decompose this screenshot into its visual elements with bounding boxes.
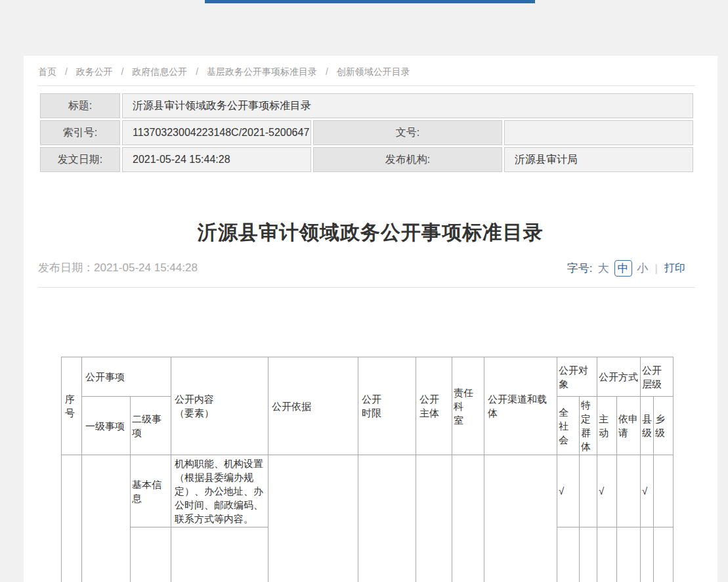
cell-time-limit: 一次性公开并动态调整: [358, 455, 416, 582]
cell-level2: 基本信息: [131, 455, 171, 527]
publish-date-value: 2021-05-24 15:44:28: [94, 261, 198, 274]
font-size-small-button[interactable]: 小: [637, 261, 649, 276]
cell-level-county-check: √: [641, 527, 654, 582]
cell-method-request-check: [617, 455, 641, 527]
cell-method-active-check: √: [597, 455, 617, 527]
cell-channels: 政府网站 公开查阅点: [484, 455, 557, 582]
font-size-controls: 字号: 大 中 小 | 打印: [567, 260, 685, 277]
meta-index-label: 索引号:: [40, 120, 120, 145]
cell-department: 办公室: [452, 455, 484, 582]
disclosure-catalog-table: 序 号 公开事项 公开内容 （要素） 公开依据 公开 时限 公开 主体 责任科 …: [61, 357, 674, 582]
col-header-items-group: 公开事项: [82, 357, 171, 397]
col-header-audience-group: 公开对 象: [557, 357, 597, 397]
cell-level-county-check: √: [641, 455, 654, 527]
font-size-label: 字号:: [567, 261, 593, 276]
breadcrumb-separator: /: [196, 66, 198, 77]
vertical-divider: |: [654, 262, 659, 275]
col-header-level-county: 县 级: [641, 397, 654, 455]
meta-publisher-value: 沂源县审计局: [504, 147, 693, 172]
article-meta-line: 发布日期：2021-05-24 15:44:28 字号: 大 中 小 | 打印: [38, 260, 695, 276]
page-title: 沂源县审计领域政务公开事项标准目录: [24, 219, 717, 246]
col-header-seq: 序 号: [62, 357, 82, 455]
col-header-level2: 二级事 项: [131, 397, 171, 455]
col-header-method-active: 主 动: [597, 397, 617, 455]
cell-level-town-check: [654, 455, 674, 527]
meta-publisher-label: 发布机构:: [313, 147, 502, 172]
print-button[interactable]: 打印: [664, 261, 685, 275]
breadcrumb-separator: /: [65, 66, 68, 77]
breadcrumb-divider: [38, 85, 695, 86]
breadcrumb-separator: /: [121, 66, 124, 77]
col-header-channels: 公开渠道和载 体: [484, 357, 557, 455]
breadcrumb-catalog[interactable]: 基层政务公开事项标准目录: [207, 66, 317, 77]
meta-issuedate-value: 2021-05-24 15:44:28: [122, 147, 311, 172]
content-card: 首页 / 政务公开 / 政府信息公开 / 基层政务公开事项标准目录 / 创新领域…: [24, 56, 717, 582]
col-header-basis: 公开依据: [268, 357, 358, 455]
cell-level-town-check: [654, 527, 674, 582]
col-header-method-group: 公开方式: [597, 357, 641, 397]
cell-audience-specific-check: [580, 455, 597, 527]
catalog-header-row-1: 序 号 公开事项 公开内容 （要素） 公开依据 公开 时限 公开 主体 责任科 …: [62, 357, 674, 397]
col-header-method-request: 依申 请: [617, 397, 641, 455]
meta-title-value: 沂源县审计领域政务公开事项标准目录: [122, 93, 693, 118]
cell-audience-all-check: √: [557, 527, 580, 582]
cell-method-request-check: [617, 527, 641, 582]
meta-docno-value: [504, 120, 693, 145]
breadcrumb-home[interactable]: 首页: [38, 66, 56, 77]
nav-bar-bottom-edge: [205, 0, 535, 3]
title-divider: [38, 287, 695, 288]
cell-content: 机构职能、机构设置（根据县委编办规定）、办公地址、办公时间、邮政编码、联系方式等…: [171, 455, 268, 527]
cell-audience-all-check: √: [557, 455, 580, 527]
meta-title-label: 标题:: [40, 93, 120, 118]
table-row: 基本信息 机构职能、机构设置（根据县委编办规定）、办公地址、办公时间、邮政编码、…: [62, 455, 674, 527]
col-header-level-town: 乡 级: [654, 397, 674, 455]
cell-audience-specific-check: [580, 527, 597, 582]
col-header-subject: 公开 主体: [416, 357, 452, 455]
font-size-medium-button[interactable]: 中: [614, 260, 632, 277]
breadcrumb-innovation[interactable]: 创新领域公开目录: [337, 66, 410, 77]
meta-row-date: 发文日期: 2021-05-24 15:44:28 发布机构: 沂源县审计局: [40, 147, 693, 172]
col-header-time-limit: 公开 时限: [358, 357, 416, 455]
document-meta-table: 标题: 沂源县审计领域政务公开事项标准目录 索引号: 1137032300422…: [38, 91, 695, 174]
breadcrumb: 首页 / 政务公开 / 政府信息公开 / 基层政务公开事项标准目录 / 创新领域…: [38, 66, 410, 78]
cell-method-active-check: √: [597, 527, 617, 582]
col-header-audience-all: 全社 会: [557, 397, 580, 455]
meta-index-value: 11370323004223148C/2021-5200647: [122, 120, 311, 145]
cell-level1: [82, 455, 131, 582]
cell-seq: [62, 455, 82, 582]
meta-row-title: 标题: 沂源县审计领域政务公开事项标准目录: [40, 93, 693, 118]
col-header-level-group: 公开 层级: [641, 357, 674, 397]
page-canvas: 首页 / 政务公开 / 政府信息公开 / 基层政务公开事项标准目录 / 创新领域…: [0, 0, 728, 582]
meta-issuedate-label: 发文日期:: [40, 147, 120, 172]
font-size-large-button[interactable]: 大: [598, 261, 609, 276]
breadcrumb-zhengwu[interactable]: 政务公开: [76, 66, 113, 77]
meta-row-index: 索引号: 11370323004223148C/2021-5200647 文号:: [40, 120, 693, 145]
cell-content: 内设机构及下属单位设置、职能、办公地址、办公时间、联系方式、负责人姓名等信息。: [171, 527, 268, 582]
col-header-audience-specific: 特 定 群 体: [580, 397, 597, 455]
col-header-department: 责任科 室: [452, 357, 484, 455]
cell-subject: 沂源县审计局: [416, 455, 452, 582]
col-header-content: 公开内容 （要素）: [171, 357, 268, 455]
cell-basis: 《中华人民共和国 政府信息公开条 例》（国务院令第 711号）: [268, 455, 358, 582]
publish-date-label: 发布日期：: [38, 261, 94, 274]
breadcrumb-gov-info[interactable]: 政府信息公开: [132, 66, 187, 77]
col-header-level1: 一级事项: [82, 397, 131, 455]
cell-level2: 内设机构及下属事业单位: [131, 527, 171, 582]
breadcrumb-separator: /: [326, 66, 328, 77]
meta-docno-label: 文号:: [313, 120, 502, 145]
